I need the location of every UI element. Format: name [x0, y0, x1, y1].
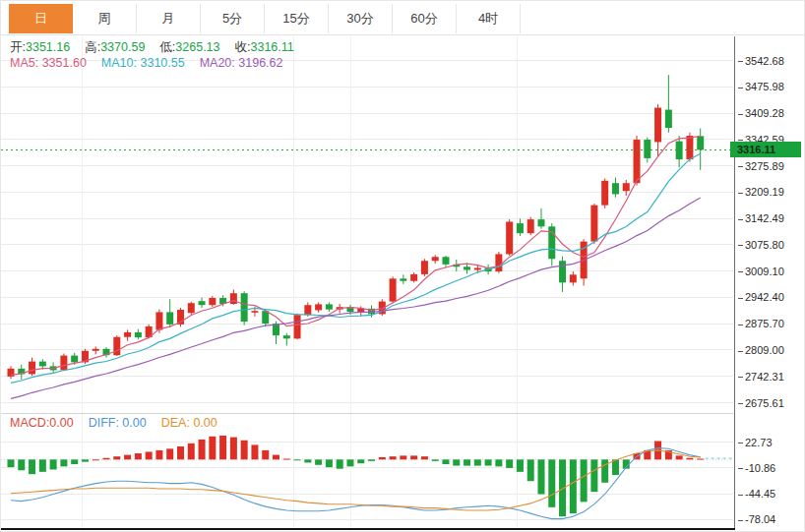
candle[interactable] — [590, 204, 597, 244]
macd-histogram-bar[interactable] — [241, 441, 248, 460]
candle[interactable] — [612, 178, 619, 198]
macd-histogram-bar[interactable] — [103, 458, 110, 460]
macd-histogram-bar[interactable] — [495, 459, 502, 466]
macd-histogram-bar[interactable] — [82, 459, 89, 461]
macd-histogram-bar[interactable] — [432, 459, 439, 461]
macd-histogram-bar[interactable] — [538, 459, 545, 494]
macd-histogram-bar[interactable] — [379, 457, 386, 459]
macd-histogram-bar[interactable] — [686, 458, 693, 460]
macd-histogram-bar[interactable] — [113, 456, 120, 459]
macd-histogram-bar[interactable] — [29, 459, 35, 474]
macd-histogram-bar[interactable] — [60, 459, 67, 466]
candle[interactable] — [548, 223, 555, 266]
candle[interactable] — [581, 239, 588, 285]
macd-histogram-bar[interactable] — [188, 443, 195, 459]
candle[interactable] — [60, 354, 67, 372]
macd-histogram-bar[interactable] — [464, 459, 470, 465]
candle[interactable] — [230, 290, 237, 305]
macd-histogram-bar[interactable] — [357, 459, 364, 463]
macd-histogram-bar[interactable] — [442, 459, 449, 464]
macd-histogram-bar[interactable] — [346, 459, 353, 466]
macd-histogram-bar[interactable] — [410, 455, 417, 459]
macd-histogram-bar[interactable] — [485, 459, 492, 465]
macd-histogram-bar[interactable] — [146, 451, 153, 459]
macd-histogram-bar[interactable] — [262, 450, 269, 459]
macd-histogram-bar[interactable] — [337, 459, 343, 468]
candle[interactable] — [517, 218, 524, 236]
candle[interactable] — [315, 302, 322, 312]
macd-histogram-bar[interactable] — [71, 459, 78, 464]
candle[interactable] — [665, 75, 672, 133]
macd-histogram-bar[interactable] — [124, 455, 131, 460]
macd-histogram-bar[interactable] — [517, 459, 524, 472]
candle[interactable] — [135, 329, 142, 339]
candle[interactable] — [113, 335, 120, 356]
macd-histogram-bar[interactable] — [527, 459, 534, 481]
macd-histogram-bar[interactable] — [294, 459, 301, 460]
candle[interactable] — [326, 302, 333, 312]
candle[interactable] — [103, 347, 110, 357]
candle[interactable] — [177, 308, 184, 326]
macd-histogram-bar[interactable] — [39, 459, 46, 472]
candle[interactable] — [601, 178, 608, 208]
candle[interactable] — [506, 219, 513, 256]
candle[interactable] — [29, 358, 35, 376]
macd-histogram-bar[interactable] — [177, 446, 184, 459]
macd-histogram-bar[interactable] — [304, 459, 311, 462]
macd-histogram-bar[interactable] — [50, 459, 57, 469]
macd-histogram-bar[interactable] — [390, 456, 397, 459]
candle[interactable] — [410, 272, 417, 282]
macd-histogram-bar[interactable] — [368, 459, 375, 461]
macd-histogram-bar[interactable] — [93, 459, 99, 460]
candle[interactable] — [199, 298, 206, 308]
candle[interactable] — [400, 274, 406, 284]
candle[interactable] — [495, 252, 502, 273]
macd-histogram-bar[interactable] — [474, 459, 481, 465]
macd-histogram-bar[interactable] — [166, 448, 173, 459]
candle[interactable] — [697, 129, 704, 170]
candle[interactable] — [124, 330, 131, 341]
macd-histogram-bar[interactable] — [400, 455, 406, 459]
candle[interactable] — [188, 302, 195, 316]
candle[interactable] — [283, 333, 290, 346]
candle[interactable] — [421, 259, 428, 276]
candle[interactable] — [559, 257, 566, 292]
candle[interactable] — [294, 314, 301, 339]
candle[interactable] — [570, 271, 577, 285]
macd-histogram-bar[interactable] — [570, 459, 577, 513]
macd-histogram-bar[interactable] — [283, 459, 290, 460]
macd-histogram-bar[interactable] — [315, 459, 322, 464]
candle[interactable] — [146, 325, 153, 338]
candle[interactable] — [442, 256, 449, 267]
macd-histogram-bar[interactable] — [155, 450, 162, 459]
candle[interactable] — [93, 346, 99, 354]
candle[interactable] — [676, 136, 683, 167]
candle[interactable] — [166, 299, 173, 327]
macd-histogram-bar[interactable] — [559, 459, 566, 516]
candle[interactable] — [654, 104, 661, 156]
candle[interactable] — [390, 276, 397, 303]
macd-histogram-bar[interactable] — [18, 459, 25, 470]
macd-histogram-bar[interactable] — [326, 459, 333, 467]
macd-histogram-bar[interactable] — [8, 459, 15, 467]
macd-histogram-bar[interactable] — [506, 459, 513, 468]
macd-histogram-bar[interactable] — [590, 459, 597, 492]
candle[interactable] — [527, 217, 534, 235]
macd-histogram-bar[interactable] — [676, 455, 683, 459]
candle[interactable] — [241, 291, 248, 325]
macd-histogram-bar[interactable] — [251, 444, 258, 459]
macd-histogram-bar[interactable] — [581, 459, 588, 502]
macd-histogram-bar[interactable] — [219, 436, 226, 459]
macd-histogram-bar[interactable] — [273, 455, 279, 460]
macd-histogram-bar[interactable] — [548, 459, 555, 507]
macd-histogram-bar[interactable] — [199, 440, 206, 459]
macd-histogram-bar[interactable] — [209, 437, 216, 459]
macd-chart-canvas[interactable] — [1, 413, 735, 532]
macd-histogram-bar[interactable] — [135, 453, 142, 459]
macd-histogram-bar[interactable] — [230, 438, 237, 460]
candle[interactable] — [432, 255, 439, 264]
macd-histogram-bar[interactable] — [601, 459, 608, 482]
macd-histogram-bar[interactable] — [453, 459, 460, 465]
macd-histogram-bar[interactable] — [421, 456, 428, 459]
candle[interactable] — [623, 180, 630, 196]
